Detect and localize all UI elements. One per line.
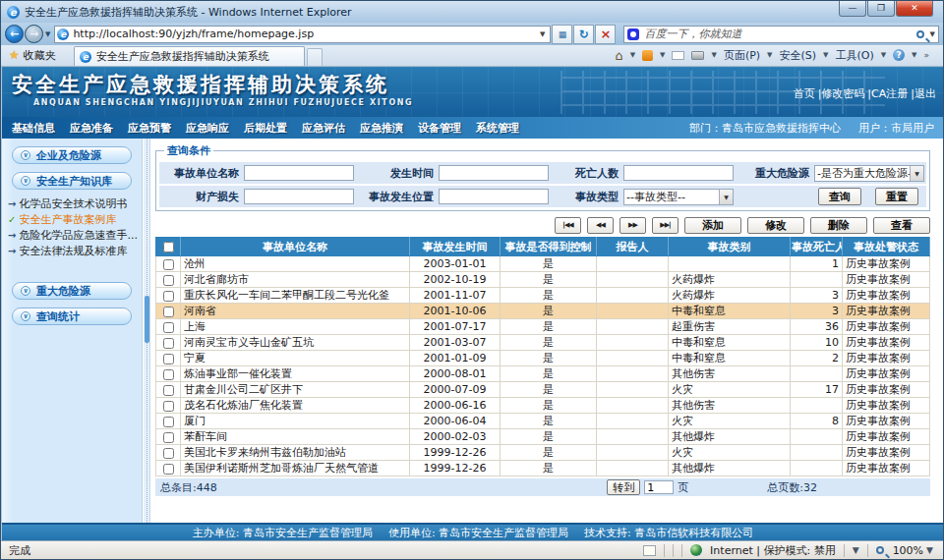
search-icon[interactable] (916, 30, 924, 38)
table-row[interactable]: 炼油事业部一催化装置 2000-08-01 是 其他伤害 历史事故案例 (156, 366, 930, 382)
edit-button[interactable]: 修改 (747, 217, 804, 234)
table-row[interactable]: 上海 2001-07-17 是 起重伤害 36 历史事故案例 (156, 319, 930, 335)
menu-emergency-warning[interactable]: 应急预警 (128, 121, 171, 136)
property-loss-input[interactable] (244, 189, 354, 204)
col-reporter[interactable]: 报告人 (597, 238, 669, 256)
prev-page-button[interactable]: ◀◀ (587, 217, 614, 234)
search-button[interactable]: 查询 (818, 188, 861, 205)
link-logout[interactable]: |退出 (911, 86, 936, 101)
menu-emergency-drill[interactable]: 应急推演 (360, 121, 403, 136)
col-category[interactable]: 事故类别 (669, 238, 791, 256)
search-dropdown-icon[interactable]: ▼ (930, 30, 935, 38)
mail-icon[interactable] (672, 51, 684, 60)
sidebar-item-chemical-msds[interactable]: → 化学品安全技术说明书 (8, 196, 142, 211)
home-dropdown-icon[interactable]: ▼ (630, 51, 635, 59)
sidebar-item-laws-standards[interactable]: → 安全法律法规及标准库 (8, 243, 142, 258)
maximize-button[interactable]: ❐ (867, 1, 895, 17)
occur-time-input[interactable] (439, 165, 549, 181)
print-dropdown-icon[interactable]: ▼ (711, 51, 716, 59)
page-menu[interactable]: 页面(P) (724, 48, 760, 63)
row-checkbox[interactable] (163, 338, 174, 349)
row-checkbox[interactable] (163, 291, 174, 302)
first-page-button[interactable]: |◀◀ (555, 217, 581, 234)
menu-emergency-evaluate[interactable]: 应急评估 (302, 121, 345, 136)
home-icon[interactable]: ⌂ (615, 48, 622, 63)
accident-type-select[interactable]: --事故类型-- ▼ (623, 189, 734, 205)
col-controlled[interactable]: 事故是否得到控制 (501, 238, 597, 256)
col-date[interactable]: 事故发生时间 (410, 238, 501, 256)
tools-menu[interactable]: 工具(O) (835, 48, 873, 63)
next-page-button[interactable]: ▶▶ (620, 217, 646, 234)
browser-tab[interactable]: e 安全生产应急救援指挥辅助决策系统 (74, 46, 305, 66)
major-hazard-select[interactable]: -是否为重大危险源- ▼ (814, 165, 924, 182)
minimize-button[interactable]: — (839, 1, 866, 17)
delete-button[interactable]: 删除 (810, 217, 867, 234)
table-row[interactable]: 河北省廊坊市 2002-10-19 是 火药爆炸 历史事故案例 (156, 272, 930, 288)
col-unit-name[interactable]: 事故单位名称 (181, 238, 410, 256)
location-input[interactable] (439, 189, 549, 204)
add-button[interactable]: 添加 (684, 217, 741, 234)
table-row[interactable]: 河南灵宝市义寺山金矿五坑 2001-03-07 是 中毒和窒息 10 历史事故案… (156, 335, 930, 351)
back-button[interactable]: ← (5, 25, 24, 43)
table-row[interactable]: 河南省 2001-10-06 是 中毒和窒息 3 历史事故案例 (156, 304, 930, 319)
menu-basic-info[interactable]: 基础信息 (12, 121, 55, 136)
row-checkbox[interactable] (163, 354, 174, 364)
table-row[interactable]: 茂名石化炼油厂焦化装置 2000-06-16 是 其他伤害 历史事故案例 (156, 398, 930, 414)
row-checkbox[interactable] (163, 417, 174, 427)
row-checkbox[interactable] (163, 385, 174, 396)
sidebar-section-major-hazard[interactable]: ∨ 重大危险源 (12, 282, 132, 300)
sidebar-item-hazchem-quickref[interactable]: → 危险化学品应急速查手... (8, 227, 142, 243)
splitter-collapse-handle[interactable] (145, 296, 149, 343)
rss-dropdown-icon[interactable]: ▼ (660, 51, 665, 59)
link-ca-register[interactable]: |CA注册 (867, 86, 908, 101)
stop-button[interactable]: × (595, 25, 616, 44)
more-icon[interactable]: » (923, 50, 929, 60)
last-page-button[interactable]: ▶▶| (652, 217, 678, 234)
help-icon[interactable]: ? (893, 49, 905, 61)
row-checkbox[interactable] (163, 432, 174, 443)
sidebar-section-enterprise-hazard[interactable]: ∨ 企业及危险源 (12, 146, 132, 164)
address-dropdown-icon[interactable]: ▼ (537, 30, 548, 38)
select-all-checkbox[interactable] (163, 242, 174, 252)
row-checkbox[interactable] (163, 369, 174, 380)
row-checkbox[interactable] (163, 401, 174, 412)
new-tab-button[interactable] (307, 48, 323, 66)
col-deaths[interactable]: 事故死亡人数 (791, 238, 843, 256)
protected-mode-dropdown[interactable]: ▼ (853, 545, 859, 555)
row-checkbox[interactable] (163, 307, 174, 317)
address-url[interactable]: http://localhost:90/yjzh/frame/homepage.… (73, 28, 537, 40)
row-checkbox[interactable] (163, 448, 174, 459)
link-home[interactable]: 首页 (794, 86, 815, 101)
table-row[interactable]: 美国伊利诺斯州芝加哥炼油厂天然气管道 1999-12-26 是 其他爆炸 历史事… (156, 461, 930, 476)
refresh-button[interactable]: ↻ (573, 25, 594, 44)
row-checkbox[interactable] (163, 322, 174, 333)
recent-pages-dropdown[interactable]: ▼ (45, 30, 50, 38)
compatibility-view-button[interactable]: ▦ (552, 25, 572, 44)
row-checkbox[interactable] (163, 259, 174, 270)
safety-menu[interactable]: 安全(S) (779, 48, 816, 63)
sidebar-section-query-stats[interactable]: ∨ 查询统计 (12, 308, 132, 325)
menu-post-disposal[interactable]: 后期处置 (244, 121, 287, 136)
table-row[interactable]: 厦门 2000-06-04 是 火灾 8 历史事故案例 (156, 414, 930, 429)
unit-name-input[interactable] (244, 165, 354, 181)
goto-page-button[interactable]: 转到 (607, 479, 640, 495)
sidebar-splitter[interactable] (144, 139, 150, 525)
menu-system-manage[interactable]: 系统管理 (476, 121, 519, 136)
close-button[interactable]: ✕ (896, 1, 933, 17)
table-row[interactable]: 甘肃金川公司二矿区井下 2000-07-09 是 火灾 17 历史事故案例 (156, 382, 930, 398)
zoom-control[interactable]: 100% ▼ (876, 544, 933, 557)
sidebar-item-accident-cases[interactable]: ✓ 安全生产事故案例库 (8, 211, 142, 227)
address-bar[interactable]: e http://localhost:90/yjzh/frame/homepag… (54, 26, 551, 43)
row-checkbox[interactable] (163, 275, 174, 286)
deaths-input[interactable] (623, 165, 734, 181)
table-row[interactable]: 苯酐车间 2000-02-03 是 其他爆炸 历史事故案例 (156, 429, 930, 445)
sidebar-section-knowledge-base[interactable]: ∨ 安全生产知识库 (12, 172, 132, 190)
row-checkbox[interactable] (163, 464, 174, 475)
print-icon[interactable] (691, 51, 704, 60)
menu-emergency-response[interactable]: 应急响应 (186, 121, 229, 136)
col-status[interactable]: 事故处警状态 (843, 238, 930, 256)
table-row[interactable]: 宁夏 2001-01-09 是 中毒和窒息 2 历史事故案例 (156, 351, 930, 366)
table-row[interactable]: 美国北卡罗来纳州韦兹伯勒加油站 1999-12-26 是 火灾 历史事故案例 (156, 445, 930, 461)
reset-button[interactable]: 重置 (875, 188, 918, 205)
page-number-input[interactable] (644, 480, 674, 494)
